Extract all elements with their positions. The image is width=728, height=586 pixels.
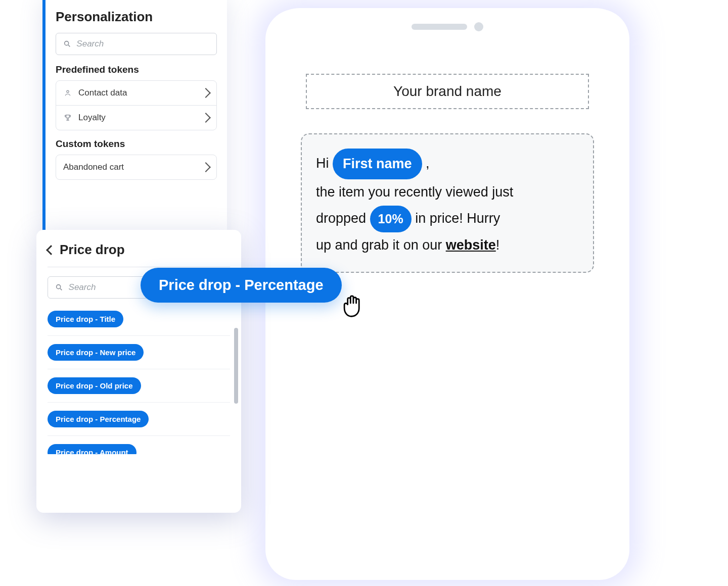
personalization-panel: Personalization Predefined tokens Contac… xyxy=(42,0,227,237)
panel-title: Personalization xyxy=(46,9,227,33)
msg-text-hi: Hi xyxy=(316,156,329,171)
phone-camera xyxy=(474,22,483,31)
phone-speaker xyxy=(412,24,467,30)
token-row-label: Loyalty xyxy=(78,113,106,123)
msg-line1: the item you recently viewed just xyxy=(316,184,513,200)
token-row-label: Abandoned cart xyxy=(63,162,124,172)
list-item: Price drop - New price xyxy=(48,336,230,369)
search-box-main[interactable] xyxy=(56,33,217,55)
list-item: Price drop - Old price xyxy=(48,369,230,403)
svg-line-4 xyxy=(60,288,62,290)
price-drop-header[interactable]: Price drop xyxy=(36,242,241,264)
brand-name-text: Your brand name xyxy=(393,83,502,100)
brand-name-placeholder[interactable]: Your brand name xyxy=(306,74,589,109)
price-drop-title: Price drop xyxy=(60,242,125,258)
chevron-right-icon xyxy=(201,113,211,123)
custom-tokens-group: Abandoned cart xyxy=(56,155,217,180)
list-item: Price drop - Title xyxy=(48,303,230,336)
token-chip-price-drop-percentage[interactable]: Price drop - Percentage xyxy=(48,411,149,427)
list-item: Price drop - Percentage xyxy=(48,403,230,436)
predefined-tokens-label: Predefined tokens xyxy=(46,64,227,80)
token-percent[interactable]: 10% xyxy=(370,206,412,233)
list-item: Price drop - Amount xyxy=(48,436,230,454)
divider xyxy=(48,267,230,267)
token-chip-price-drop-title[interactable]: Price drop - Title xyxy=(48,311,123,327)
token-row-loyalty[interactable]: Loyalty xyxy=(56,105,216,130)
msg-inprice: in price! Hurry xyxy=(415,211,500,226)
chevron-right-icon xyxy=(201,162,211,172)
trophy-icon xyxy=(63,113,72,122)
token-chip-price-drop-old-price[interactable]: Price drop - Old price xyxy=(48,377,141,394)
custom-tokens-label: Custom tokens xyxy=(46,138,227,155)
token-row-contact-data[interactable]: Contact data xyxy=(56,81,216,105)
msg-website-link[interactable]: website xyxy=(446,237,496,253)
svg-point-3 xyxy=(57,285,61,289)
token-chip-price-drop-amount[interactable]: Price drop - Amount xyxy=(48,444,136,454)
search-icon xyxy=(55,283,64,292)
phone-top-hardware xyxy=(412,22,483,31)
search-input-main[interactable] xyxy=(76,39,209,49)
token-row-abandoned-cart[interactable]: Abandoned cart xyxy=(56,155,216,179)
grab-cursor-icon xyxy=(338,288,368,318)
price-drop-token-list: Price drop - Title Price drop - New pric… xyxy=(36,303,241,454)
token-chip-price-drop-new-price[interactable]: Price drop - New price xyxy=(48,344,144,361)
token-first-name[interactable]: First name xyxy=(333,149,422,179)
chevron-left-icon[interactable] xyxy=(46,245,56,255)
chevron-right-icon xyxy=(201,88,211,98)
svg-point-0 xyxy=(65,41,69,45)
scrollbar[interactable] xyxy=(234,328,238,404)
dragged-token-pill[interactable]: Price drop - Percentage xyxy=(141,268,342,303)
msg-excl: ! xyxy=(496,237,500,253)
token-row-label: Contact data xyxy=(78,88,127,98)
predefined-tokens-group: Contact data Loyalty xyxy=(56,80,217,130)
person-icon xyxy=(63,88,72,97)
msg-grab: up and grab it on our xyxy=(316,237,442,253)
message-preview[interactable]: Hi First name , the item you recently vi… xyxy=(301,133,594,273)
svg-line-1 xyxy=(68,45,70,46)
svg-point-2 xyxy=(67,90,69,92)
search-icon xyxy=(63,39,71,48)
msg-dropped: dropped xyxy=(316,211,366,226)
msg-comma: , xyxy=(426,156,430,171)
